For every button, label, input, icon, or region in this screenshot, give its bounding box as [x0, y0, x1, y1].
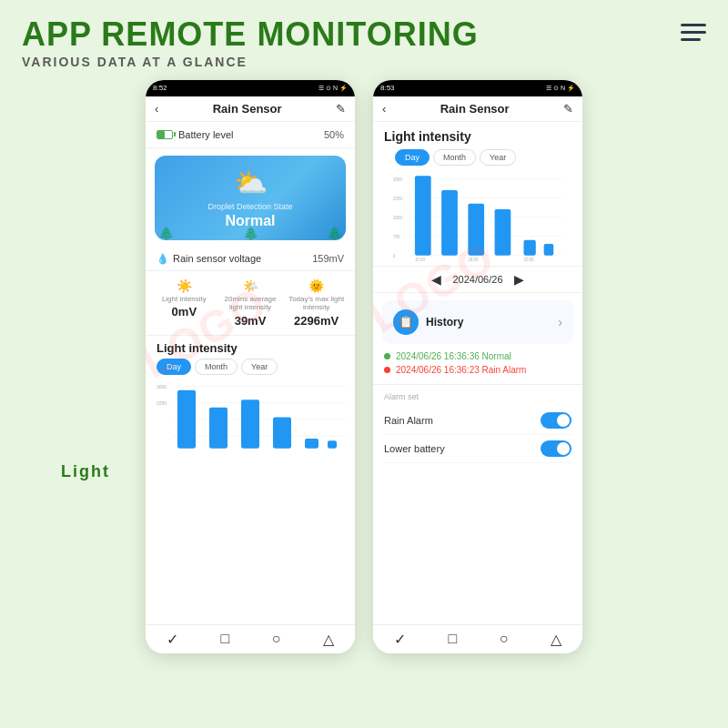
metrics-row: ☀️ Light intensity 0mV 🌤️ 20mins average… [146, 271, 355, 336]
svg-text:3000: 3000 [157, 383, 167, 389]
svg-text:15:00: 15:00 [415, 257, 425, 261]
droplet-state-label: Droplet Detection State [207, 202, 292, 211]
event-dot-alarm [384, 367, 390, 373]
rain-drop-icon: 💧 [157, 253, 169, 265]
left-tab-row: Day Month Year [146, 359, 355, 375]
voltage-label: Rain sensor voltage [173, 253, 261, 264]
left-edit-button[interactable]: ✎ [336, 102, 346, 116]
left-tab-year[interactable]: Year [241, 359, 278, 375]
metric-value-1: 39mV [235, 314, 267, 328]
date-nav: ◀ 2024/06/26 ▶ [373, 266, 582, 293]
metric-label-2: Today's max light intensity [283, 295, 349, 312]
sun-icon-3: 🌞 [308, 278, 324, 293]
event-list: 2024/06/26 16:36:36 Normal 2024/06/26 16… [373, 351, 582, 375]
right-nav-check-icon[interactable]: ✓ [394, 631, 406, 648]
rain-alarm-row: Rain Alarm [384, 407, 571, 435]
history-icon: 📋 [393, 309, 419, 335]
metric-label-0: Light intensity [162, 295, 207, 304]
date-next-button[interactable]: ▶ [514, 272, 524, 287]
right-tab-month[interactable]: Month [433, 149, 476, 166]
event-text-normal: 2024/06/26 16:36:36 Normal [396, 351, 511, 361]
event-item-alarm: 2024/06/26 16:36:23 Rain Alarm [384, 365, 571, 375]
left-phone-content: Battery level 50% ⛅ Droplet Detection St… [146, 122, 355, 624]
right-chart: 3000 2250 1500 750 0 [384, 171, 571, 262]
svg-rect-26 [523, 239, 535, 255]
voltage-value: 159mV [312, 253, 344, 264]
right-back-button[interactable]: ‹ [382, 102, 386, 116]
right-nav-title: Rain Sensor [440, 102, 510, 116]
metric-avg-intensity: 🌤️ 20mins average light intensity 39mV [217, 278, 284, 328]
event-text-alarm: 2024/06/26 16:36:23 Rain Alarm [396, 365, 526, 375]
page-header: APP REMOTE MONITORING VARIOUS DATA AT A … [0, 0, 728, 76]
battery-value: 50% [324, 129, 344, 140]
page-title: APP REMOTE MONITORING [22, 16, 681, 53]
rain-card: ⛅ Droplet Detection State Normal 🌲 🌲 🌲 [155, 156, 346, 240]
right-tab-year[interactable]: Year [480, 149, 516, 166]
svg-rect-23 [441, 190, 458, 256]
svg-rect-10 [305, 439, 318, 449]
battery-alarm-toggle[interactable] [541, 440, 571, 457]
right-bottom-nav: ✓ □ ○ △ [373, 624, 582, 653]
history-row[interactable]: 📋 History › [382, 300, 573, 344]
right-nav-triangle-icon[interactable]: △ [551, 631, 561, 648]
light-label: Light [61, 462, 110, 481]
sun-icon-2: 🌤️ [243, 278, 258, 293]
right-status-time: 8:53 [380, 84, 395, 92]
right-edit-button[interactable]: ✎ [563, 102, 573, 116]
left-nav-title: Rain Sensor [213, 102, 282, 116]
right-chart-title: Light intensity [384, 129, 571, 144]
right-status-icons: ☰ ⊙ N ⚡ [546, 85, 575, 92]
tree-icon-1: 🌲 [158, 226, 174, 240]
right-nav-bar: ‹ Rain Sensor ✎ [373, 96, 582, 122]
svg-text:2250: 2250 [157, 399, 167, 405]
svg-rect-25 [495, 209, 511, 256]
metric-max-intensity: 🌞 Today's max light intensity 2296mV [283, 278, 349, 328]
left-back-button[interactable]: ‹ [155, 102, 158, 116]
right-nav-circle-icon[interactable]: ○ [500, 631, 509, 647]
svg-rect-9 [273, 417, 291, 448]
right-phone: 8:53 ☰ ⊙ N ⚡ ‹ Rain Sensor ✎ Light inten… [373, 80, 582, 653]
event-item-normal: 2024/06/26 16:36:36 Normal [384, 351, 571, 361]
nav-circle-icon[interactable]: ○ [272, 631, 281, 647]
svg-rect-24 [468, 203, 484, 255]
left-status-icons: ☰ ⊙ N ⚡ [318, 85, 348, 92]
svg-text:1500: 1500 [393, 215, 402, 219]
rain-cloud-icon: ⛅ [234, 167, 268, 198]
svg-rect-11 [328, 440, 337, 449]
svg-rect-7 [209, 408, 228, 449]
left-tab-day[interactable]: Day [157, 359, 191, 375]
left-status-time: 8:52 [153, 84, 167, 92]
right-nav-square-icon[interactable]: □ [449, 631, 458, 647]
right-status-bar: 8:53 ☰ ⊙ N ⚡ [373, 80, 582, 96]
right-tab-day[interactable]: Day [395, 149, 430, 166]
svg-text:0: 0 [393, 253, 396, 258]
battery-icon [157, 130, 173, 139]
left-status-bar: 8:52 ☰ ⊙ N ⚡ [146, 80, 355, 96]
nav-triangle-icon[interactable]: △ [323, 631, 334, 648]
left-bottom-nav: ✓ □ ○ △ [146, 624, 355, 653]
metric-value-0: 0mV [172, 305, 197, 318]
left-nav-bar: ‹ Rain Sensor ✎ [146, 96, 355, 122]
left-chart: 3000 2250 [146, 380, 355, 453]
date-prev-button[interactable]: ◀ [431, 272, 441, 287]
right-tab-row: Day Month Year [384, 149, 571, 166]
nav-square-icon[interactable]: □ [221, 631, 230, 647]
battery-row: Battery level 50% [146, 122, 355, 148]
battery-label: Battery level [178, 129, 234, 140]
tree-icon-2: 🌲 [243, 226, 258, 240]
phones-container: 8:52 ☰ ⊙ N ⚡ ‹ Rain Sensor ✎ Battery lev… [0, 80, 728, 653]
rain-alarm-toggle[interactable] [541, 412, 571, 429]
sun-icon-1: ☀️ [177, 278, 192, 293]
svg-text:20:00: 20:00 [523, 257, 533, 261]
tree-icon-3: 🌲 [327, 226, 342, 240]
left-tab-month[interactable]: Month [195, 359, 238, 375]
rain-alarm-name: Rain Alarm [384, 415, 433, 426]
battery-alarm-row: Lower battery [384, 435, 571, 463]
nav-check-icon[interactable]: ✓ [167, 631, 178, 648]
date-display: 2024/06/26 [452, 274, 502, 285]
menu-icon[interactable] [681, 24, 706, 41]
svg-text:18:00: 18:00 [468, 257, 478, 261]
metric-label-1: 20mins average light intensity [217, 295, 284, 312]
svg-rect-6 [177, 389, 196, 448]
right-phone-content: Light intensity Day Month Year 3000 2250… [373, 122, 582, 624]
